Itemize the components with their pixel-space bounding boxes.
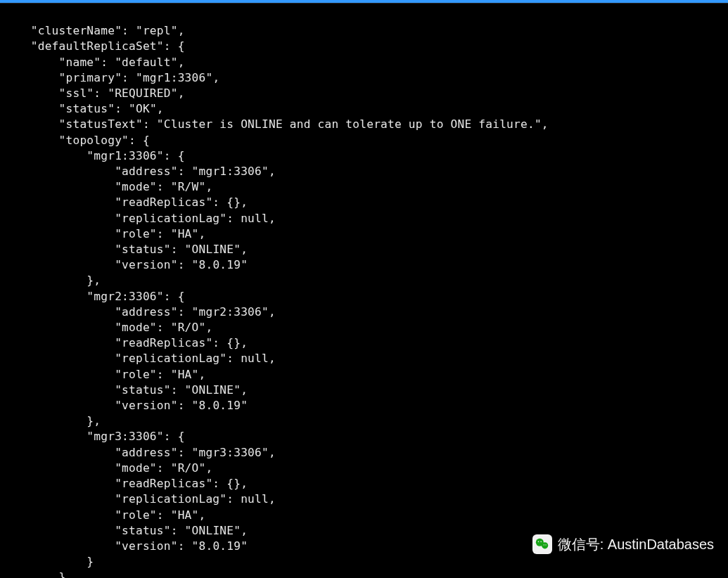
mgr3-mode: R/O	[178, 461, 199, 475]
json-line: "role": "HA",	[3, 227, 212, 240]
json-line: },	[3, 274, 108, 287]
mgr2-version: 8.0.19	[198, 399, 241, 412]
json-line: "replicationLag": null,	[3, 492, 283, 506]
json-line: "statusText": "Cluster is ONLINE and can…	[3, 117, 556, 131]
json-line: "primary": "mgr1:3306",	[3, 71, 226, 84]
rs-status: OK	[136, 102, 150, 115]
mgr1-status: ONLINE	[192, 243, 234, 256]
mgr2-readreplicas: {}	[226, 336, 241, 349]
json-line: "clusterName": "repl",	[3, 24, 192, 37]
json-line: "mode": "R/W",	[3, 180, 219, 193]
json-line: "address": "mgr3:3306",	[3, 446, 283, 459]
json-line: "status": "OK",	[3, 102, 171, 115]
rs-status-text: Cluster is ONLINE and can tolerate up to…	[164, 117, 535, 131]
cluster-name-value: repl	[143, 24, 171, 37]
json-line: "ssl": "REQUIRED",	[3, 86, 192, 100]
json-line: "status": "ONLINE",	[3, 524, 255, 537]
json-line: "defaultReplicaSet": {	[3, 39, 185, 53]
svg-point-3	[540, 541, 542, 543]
mgr1-mode: R/W	[178, 180, 199, 193]
mgr2-mode: R/O	[178, 321, 199, 334]
wechat-icon	[532, 534, 552, 554]
json-line: "version": "8.0.19"	[3, 258, 248, 271]
svg-point-5	[545, 544, 546, 545]
mgr1-version: 8.0.19	[198, 258, 241, 271]
json-line: },	[3, 570, 79, 578]
mgr3-address: mgr3:3306	[198, 446, 262, 459]
svg-point-4	[543, 544, 544, 545]
svg-point-1	[542, 542, 548, 548]
terminal-output: "clusterName": "repl", "defaultReplicaSe…	[0, 4, 728, 578]
svg-point-2	[537, 541, 539, 543]
json-line: "mode": "R/O",	[3, 321, 219, 334]
json-line: "address": "mgr2:3306",	[3, 305, 283, 319]
mgr2-role: HA	[178, 368, 192, 381]
mgr2-address: mgr2:3306	[198, 305, 262, 319]
json-line: "role": "HA",	[3, 368, 212, 381]
json-line: "status": "ONLINE",	[3, 243, 255, 256]
mgr1-readreplicas: {}	[226, 195, 241, 209]
json-line: "mgr2:3306": {	[3, 290, 185, 303]
mgr3-role: HA	[178, 508, 192, 522]
json-line: "mode": "R/O",	[3, 461, 219, 475]
json-line: },	[3, 414, 108, 428]
rs-ssl: REQUIRED	[115, 86, 171, 100]
json-line: "role": "HA",	[3, 508, 212, 522]
json-line: "version": "8.0.19"	[3, 399, 248, 412]
json-line: "readReplicas": {},	[3, 477, 255, 490]
json-line: "name": "default",	[3, 56, 192, 69]
mgr1-address: mgr1:3306	[198, 165, 262, 178]
rs-name: default	[122, 56, 171, 69]
watermark-label: 微信号	[558, 537, 600, 552]
mgr3-version: 8.0.19	[198, 539, 241, 553]
json-line: "mgr1:3306": {	[3, 149, 185, 162]
json-line: "readReplicas": {},	[3, 336, 255, 349]
rs-primary: mgr1:3306	[143, 71, 206, 84]
mgr1-replag: null	[241, 212, 269, 225]
mgr2-status: ONLINE	[192, 383, 234, 397]
mgr2-replag: null	[241, 352, 269, 365]
json-line: "status": "ONLINE",	[3, 383, 255, 397]
mgr1-role: HA	[178, 227, 192, 240]
watermark-text: 微信号: AustinDatabases	[558, 535, 714, 554]
json-line: "address": "mgr1:3306",	[3, 165, 283, 178]
json-line: "replicationLag": null,	[3, 212, 283, 225]
mgr3-readreplicas: {}	[226, 477, 241, 490]
json-line: "topology": {	[3, 134, 150, 147]
json-line: "replicationLag": null,	[3, 352, 283, 365]
watermark-handle: AustinDatabases	[608, 537, 714, 552]
json-line: }	[3, 555, 94, 568]
json-line: "readReplicas": {},	[3, 195, 255, 209]
mgr3-replag: null	[241, 492, 269, 506]
mgr3-status: ONLINE	[192, 524, 234, 537]
json-line: "version": "8.0.19"	[3, 539, 248, 553]
watermark: 微信号: AustinDatabases	[532, 534, 714, 554]
json-line: "mgr3:3306": {	[3, 430, 185, 443]
